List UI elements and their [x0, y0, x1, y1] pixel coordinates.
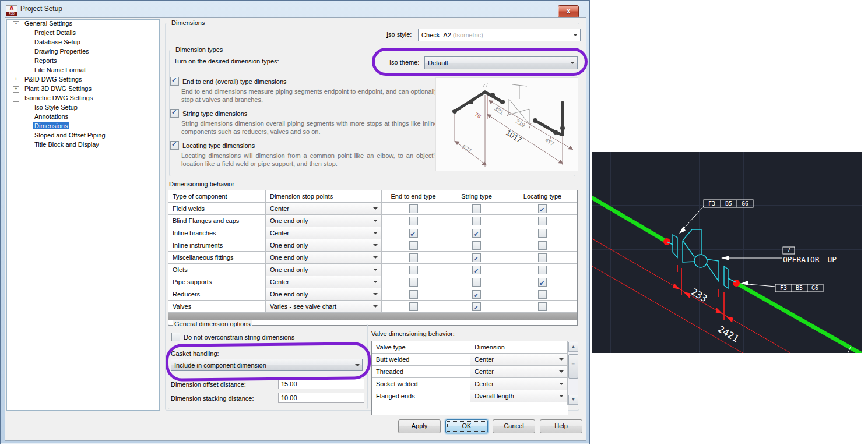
tree-item-database-setup[interactable]: Database Setup [33, 38, 82, 47]
string-cell-checkbox[interactable] [472, 290, 481, 299]
help-button[interactable]: Help [540, 419, 582, 433]
svg-text:233: 233 [689, 286, 709, 304]
stacking-distance-input[interactable]: 10.00 [278, 393, 364, 403]
end-to-end-checkbox[interactable] [170, 77, 179, 86]
gasket-handling-combo[interactable]: Include in component dimension [171, 359, 363, 371]
string-cell-checkbox[interactable] [472, 217, 481, 225]
chevron-down-icon [373, 232, 378, 234]
locating-cell-checkbox[interactable] [538, 217, 547, 225]
scrollbar-thumb[interactable] [568, 354, 578, 379]
tree-item-general-settings[interactable]: -General Settings [23, 19, 73, 28]
component-cell: Field welds [168, 203, 266, 215]
locating-cell-checkbox[interactable] [538, 241, 547, 250]
string-cell-checkbox[interactable] [472, 302, 481, 311]
valve-dim-dropdown[interactable]: Center [470, 378, 567, 390]
locating-cell-checkbox[interactable] [538, 204, 547, 213]
expand-icon[interactable]: + [13, 77, 19, 83]
ok-button[interactable]: OK [445, 419, 488, 433]
valve-dim-dropdown[interactable]: Overall length [470, 390, 567, 402]
component-cell: Pipe supports [168, 276, 266, 288]
chevron-down-icon[interactable] [570, 29, 580, 41]
locating-type-checkbox[interactable] [170, 141, 179, 150]
locating-cell-checkbox[interactable] [538, 302, 547, 311]
string-cell-checkbox[interactable] [472, 253, 481, 262]
chevron-down-icon[interactable] [352, 359, 362, 370]
offset-distance-input[interactable]: 15.00 [278, 379, 364, 389]
iso-style-combo[interactable]: Check_A2 (Isometric) [418, 29, 581, 41]
cancel-button[interactable]: Cancel [493, 419, 535, 433]
iso-theme-combo[interactable]: Default [424, 56, 578, 69]
valve-table-scrollbar[interactable]: ▲ ▼ [567, 341, 578, 405]
tree-item-iso-style-setup[interactable]: Iso Style Setup [33, 103, 79, 112]
locating-cell-checkbox[interactable] [538, 290, 547, 299]
end-to-end-cell-checkbox[interactable] [409, 278, 418, 287]
string-cell-checkbox[interactable] [472, 278, 481, 287]
stop-point-dropdown[interactable]: Varies - see valve chart [266, 301, 382, 313]
end-to-end-cell-checkbox[interactable] [409, 266, 418, 274]
tree-item-title-block-display[interactable]: Title Block and Display [33, 140, 100, 149]
tree-item-reports[interactable]: Reports [33, 56, 58, 65]
tree-item-annotations[interactable]: Annotations [33, 112, 69, 121]
tree-item-dimensions[interactable]: Dimensions [33, 122, 69, 130]
expand-icon[interactable]: + [13, 86, 19, 93]
stop-point-dropdown[interactable]: One end only [266, 239, 382, 252]
valve-type-cell: Threaded [372, 366, 470, 378]
close-button[interactable]: x [558, 5, 579, 18]
string-cell-checkbox[interactable] [472, 229, 481, 238]
locating-cell-checkbox[interactable] [538, 229, 547, 238]
stop-point-dropdown[interactable]: Center [266, 203, 382, 215]
stop-point-dropdown[interactable]: One end only [266, 288, 382, 301]
valve-dim-dropdown[interactable]: Center [470, 366, 567, 378]
tree-item-project-details[interactable]: Project Details [33, 29, 77, 37]
apply-button[interactable]: Apply [398, 419, 441, 433]
string-type-row: String type dimensions [170, 109, 247, 118]
chevron-down-icon [559, 358, 564, 361]
end-to-end-cell-checkbox[interactable] [409, 217, 418, 225]
cad-viewport[interactable]: F3 B5 G6 F3 B5 G6 7 OPERATOR UP 233 2421 [592, 152, 862, 353]
stop-point-dropdown[interactable]: One end only [266, 264, 382, 276]
title-bar[interactable]: A P3D Project Setup x [1, 1, 589, 18]
locating-cell-checkbox[interactable] [538, 253, 547, 262]
scroll-down-icon[interactable]: ▼ [568, 395, 578, 405]
end-to-end-cell-checkbox[interactable] [409, 290, 418, 299]
string-cell-checkbox[interactable] [472, 204, 481, 213]
col-header: String type [445, 190, 508, 203]
end-to-end-row: End to end (overall) type dimensions [170, 77, 287, 86]
collapse-icon[interactable]: - [13, 21, 19, 27]
scroll-up-icon[interactable]: ▲ [568, 342, 578, 352]
stop-point-dropdown[interactable]: One end only [266, 252, 382, 264]
string-cell-checkbox[interactable] [472, 241, 481, 250]
overconstrain-checkbox[interactable] [171, 333, 180, 341]
tree-item-plant3d-dwg-settings[interactable]: +Plant 3D DWG Settings [23, 84, 93, 93]
end-to-end-cell-checkbox[interactable] [409, 302, 418, 311]
tree-item-isometric-dwg-settings[interactable]: -Isometric DWG Settings [23, 94, 94, 103]
locating-cell-checkbox[interactable] [538, 278, 547, 287]
string-cell-checkbox[interactable] [472, 266, 481, 274]
stop-point-dropdown[interactable]: Center [266, 276, 382, 288]
svg-text:477: 477 [544, 136, 556, 147]
end-to-end-cell-checkbox[interactable] [409, 229, 418, 238]
chevron-down-icon[interactable] [567, 57, 577, 69]
end-to-end-cell-checkbox[interactable] [409, 241, 418, 250]
collapse-icon[interactable]: - [13, 96, 19, 102]
svg-text:321: 321 [493, 105, 505, 116]
tree-item-file-name-format[interactable]: File Name Format [33, 66, 87, 75]
locating-cell-checkbox[interactable] [538, 266, 547, 274]
chevron-down-icon [559, 370, 564, 373]
stop-point-dropdown[interactable]: One end only [266, 215, 382, 227]
tree-item-sloped-offset-piping[interactable]: Sloped and Offset Piping [33, 131, 107, 140]
svg-text:2421: 2421 [716, 323, 741, 344]
end-to-end-cell-checkbox[interactable] [409, 204, 418, 213]
stop-point-dropdown[interactable]: Center [266, 227, 382, 239]
valve-dim-dropdown[interactable]: Center [470, 354, 567, 366]
end-to-end-label: End to end (overall) type dimensions [182, 78, 287, 85]
end-to-end-cell-checkbox[interactable] [409, 253, 418, 262]
stacking-distance-label: Dimension stacking distance: [171, 395, 254, 402]
string-type-checkbox[interactable] [170, 109, 179, 118]
tree-item-pid-dwg-settings[interactable]: +P&ID DWG Settings [23, 75, 83, 84]
chevron-down-icon [373, 256, 378, 259]
app-icon: A P3D [6, 5, 17, 16]
tree-item-drawing-properties[interactable]: Drawing Properties [33, 47, 90, 56]
col-header: Type of component [168, 190, 266, 203]
chevron-down-icon [373, 244, 378, 246]
